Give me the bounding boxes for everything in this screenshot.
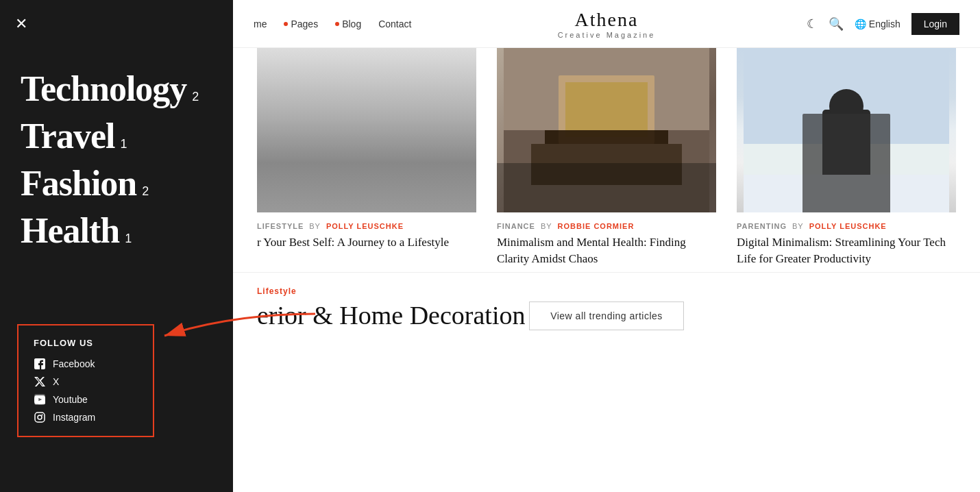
dark-mode-icon[interactable]: ☾ [807, 16, 818, 32]
nav-blog-dot [335, 22, 339, 26]
sidebar-item-health[interactable]: Health 1 [21, 210, 212, 251]
bottom-section: Lifestyle erior & Home Decoration [233, 272, 980, 344]
follow-us-box: FOLLOW US Facebook X [17, 324, 154, 437]
article-1-author: POLLY LEUSCHKE [326, 222, 404, 230]
article-3-title[interactable]: Digital Minimalism: Streamlining Your Te… [737, 234, 956, 267]
article-3-category-label: PARENTING [737, 222, 787, 230]
search-icon[interactable]: 🔍 [829, 16, 844, 32]
svg-point-3 [42, 415, 43, 416]
svg-rect-5 [264, 48, 469, 212]
x-label: X [53, 376, 59, 387]
svg-rect-16 [545, 130, 668, 144]
header-navigation: me Pages Blog Contact [254, 19, 411, 29]
bottom-title: erior & Home Decoration [257, 300, 956, 330]
article-2-by: BY [541, 222, 552, 230]
svg-point-22 [829, 89, 863, 123]
svg-rect-11 [346, 171, 387, 178]
article-image-2 [497, 48, 716, 212]
articles-area: LIFESTYLE BY POLLY LEUSCHKE r Your Best … [233, 48, 980, 344]
nav-contact[interactable]: Contact [378, 19, 411, 29]
article-card-1: LIFESTYLE BY POLLY LEUSCHKE r Your Best … [247, 48, 487, 281]
sidebar-item-label: Technology [21, 69, 186, 109]
svg-rect-10 [284, 158, 319, 171]
youtube-label: Youtube [53, 394, 88, 405]
login-button[interactable]: Login [911, 13, 959, 35]
svg-rect-1 [35, 413, 45, 422]
site-header: me Pages Blog Contact Athena Creative Ma… [233, 0, 980, 48]
nav-pages[interactable]: Pages [284, 19, 318, 29]
nav-blog[interactable]: Blog [335, 19, 361, 29]
nav-home[interactable]: me [254, 19, 267, 29]
article-2-title[interactable]: Minimalism and Mental Health: Finding Cl… [497, 234, 716, 267]
sidebar-item-fashion[interactable]: Fashion 2 [21, 163, 212, 204]
svg-rect-6 [264, 103, 469, 212]
sidebar-item-travel[interactable]: Travel 1 [21, 116, 212, 156]
sidebar-item-count: 1 [125, 232, 132, 246]
follow-us-title: FOLLOW US [34, 338, 138, 348]
logo-subtitle: Creative Magazine [558, 31, 656, 39]
nav-home-label: me [254, 19, 267, 29]
svg-rect-9 [401, 82, 456, 178]
facebook-label: Facebook [53, 358, 95, 369]
article-image-1 [257, 48, 476, 212]
article-2-category: FINANCE BY ROBBIE CORMIER [497, 222, 716, 230]
article-1-category: LIFESTYLE BY POLLY LEUSCHKE [257, 222, 476, 230]
facebook-icon [34, 358, 46, 370]
bottom-category[interactable]: Lifestyle [257, 286, 956, 296]
svg-rect-23 [744, 175, 949, 212]
sidebar-item-label: Health [21, 210, 119, 251]
article-3-author: POLLY LEUSCHKE [809, 222, 887, 230]
sidebar-item-count: 1 [120, 137, 127, 151]
sidebar-item-count: 2 [192, 90, 199, 104]
sidebar: ✕ Technology 2 Travel 1 Fashion 2 Health… [0, 0, 233, 492]
follow-x[interactable]: X [34, 376, 138, 388]
close-button[interactable]: ✕ [15, 15, 27, 33]
sidebar-item-label: Fashion [21, 163, 136, 204]
article-card-2: FINANCE BY ROBBIE CORMIER Minimalism and… [487, 48, 726, 281]
svg-point-20 [805, 175, 887, 195]
sidebar-navigation: Technology 2 Travel 1 Fashion 2 Health 1 [21, 69, 212, 251]
follow-instagram[interactable]: Instagram [34, 411, 138, 423]
svg-rect-21 [822, 110, 870, 185]
follow-facebook[interactable]: Facebook [34, 358, 138, 370]
youtube-icon [34, 393, 46, 406]
nav-contact-label: Contact [378, 19, 411, 29]
svg-rect-15 [565, 82, 648, 137]
sidebar-item-label: Travel [21, 116, 114, 156]
svg-rect-8 [332, 55, 401, 178]
svg-point-2 [38, 415, 42, 419]
article-card-3: PARENTING BY POLLY LEUSCHKE Digital Mini… [726, 48, 966, 281]
follow-youtube[interactable]: Youtube [34, 393, 138, 406]
articles-grid: LIFESTYLE BY POLLY LEUSCHKE r Your Best … [233, 48, 980, 281]
follow-links-list: Facebook X Youtube [34, 358, 138, 423]
nav-pages-label: Pages [291, 19, 318, 29]
article-1-title[interactable]: r Your Best Self: A Journey to a Lifesty… [257, 234, 476, 251]
svg-rect-17 [531, 144, 682, 185]
header-actions: ☾ 🔍 🌐 English Login [807, 13, 959, 35]
article-1-by: BY [309, 222, 321, 230]
sidebar-item-count: 2 [142, 184, 149, 199]
sidebar-item-technology[interactable]: Technology 2 [21, 69, 212, 109]
svg-rect-7 [278, 69, 332, 151]
nav-pages-dot [284, 22, 288, 26]
language-selector[interactable]: 🌐 English [855, 19, 901, 29]
article-2-author: ROBBIE CORMIER [558, 222, 635, 230]
article-3-by: BY [792, 222, 804, 230]
nav-blog-label: Blog [342, 19, 361, 29]
main-content: me Pages Blog Contact Athena Creative Ma… [233, 0, 980, 492]
article-2-category-label: FINANCE [497, 222, 535, 230]
logo-title: Athena [558, 9, 656, 31]
article-image-3 [737, 48, 956, 212]
article-3-category: PARENTING BY POLLY LEUSCHKE [737, 222, 956, 230]
instagram-icon [34, 411, 46, 423]
instagram-label: Instagram [53, 412, 95, 423]
article-1-category-label: LIFESTYLE [257, 222, 304, 230]
globe-icon: 🌐 [855, 19, 866, 29]
language-label: English [869, 19, 901, 29]
site-logo[interactable]: Athena Creative Magazine [558, 9, 656, 39]
arrow-annotation [151, 308, 315, 345]
x-icon [34, 376, 46, 388]
